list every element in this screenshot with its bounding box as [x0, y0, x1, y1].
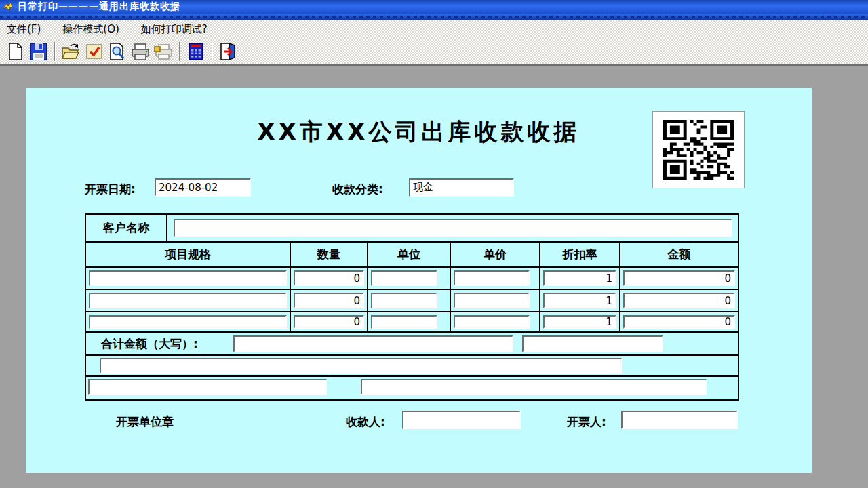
header-qty: 数量: [291, 243, 368, 266]
customer-label-cell: 客户名称: [86, 215, 167, 241]
item2-amount-input[interactable]: [623, 293, 735, 308]
item2-unit-input[interactable]: [371, 293, 437, 308]
menu-bar: 文件(F) 操作模式(O) 如何打印调试?: [0, 20, 868, 38]
item1-price-input[interactable]: [454, 270, 530, 286]
unit-seal-label: 开票单位章: [116, 414, 174, 430]
header-unit: 单位: [368, 243, 451, 266]
item2-discount-input[interactable]: [543, 293, 616, 308]
remark-input[interactable]: [100, 358, 622, 374]
item1-qty-input[interactable]: [294, 270, 364, 286]
extra-row: [86, 377, 738, 399]
header-price: 单价: [451, 243, 540, 266]
new-document-button[interactable]: [4, 41, 27, 62]
new-document-icon: [7, 42, 24, 61]
open-button[interactable]: [60, 41, 83, 62]
exit-button[interactable]: [217, 41, 240, 62]
customer-name-input[interactable]: [174, 219, 732, 237]
customer-label: 客户名称: [103, 220, 149, 236]
header-amount: 金额: [620, 243, 738, 266]
calculator-button[interactable]: [184, 41, 208, 62]
item1-amount-input[interactable]: [623, 270, 735, 286]
item3-qty-input[interactable]: [294, 315, 364, 329]
item-row-2: [86, 290, 738, 312]
save-button[interactable]: [27, 41, 50, 62]
payee-label: 收款人:: [346, 414, 385, 430]
item3-price-input[interactable]: [454, 315, 530, 329]
window-title: 日常打印————通用出库收款收据: [18, 1, 180, 13]
receipt-table: 客户名称 项目规格 数量 单位 单价 折扣率 金额: [85, 214, 739, 401]
customer-input-cell: [167, 215, 738, 241]
total-amount-input[interactable]: [522, 336, 663, 352]
payment-category-label: 收款分类:: [332, 182, 383, 197]
toolbar-separator: [54, 42, 56, 61]
invoice-date-label: 开票日期:: [85, 182, 136, 197]
qr-code: [663, 120, 734, 180]
payee-input[interactable]: [402, 411, 521, 429]
toolbar-separator: [212, 42, 213, 61]
item1-discount-input[interactable]: [543, 270, 616, 286]
item3-discount-input[interactable]: [543, 315, 616, 329]
app-icon: [3, 2, 14, 12]
app-window: 日常打印————通用出库收款收据 文件(F) 操作模式(O) 如何打印调试?: [0, 0, 868, 488]
invoice-date-input[interactable]: [155, 178, 251, 197]
extra-right-input[interactable]: [361, 379, 707, 395]
print-batch-button[interactable]: [152, 41, 175, 62]
item2-qty-input[interactable]: [294, 293, 364, 308]
item3-amount-input[interactable]: [623, 315, 735, 329]
item1-spec-input[interactable]: [89, 270, 287, 286]
title-bar: 日常打印————通用出库收款收据: [0, 0, 868, 14]
item-row-1: [86, 268, 738, 290]
item2-spec-input[interactable]: [89, 293, 287, 308]
toolbar: [0, 38, 868, 66]
print-button[interactable]: [129, 41, 152, 62]
print-preview-button[interactable]: [106, 41, 129, 62]
total-words-input[interactable]: [233, 336, 513, 352]
calculator-icon: [187, 42, 205, 61]
issuer-label: 开票人:: [567, 414, 606, 430]
extra-left-input[interactable]: [88, 379, 327, 395]
print-batch-icon: [153, 42, 174, 61]
payment-category-input[interactable]: [409, 178, 514, 197]
item2-price-input[interactable]: [454, 293, 530, 308]
menu-print-debug-help[interactable]: 如何打印调试?: [134, 22, 214, 37]
receipt-panel: XX市XX公司出库收款收据 开票日期: 收款分类: 客户名称 项目规: [26, 88, 812, 473]
title-bar-pattern: [0, 14, 868, 20]
header-spec: 项目规格: [86, 243, 291, 266]
header-discount: 折扣率: [540, 243, 620, 266]
item3-spec-input[interactable]: [89, 315, 287, 329]
total-label: 合计金额（大写）:: [101, 336, 198, 352]
exit-door-icon: [218, 42, 239, 61]
print-preview-icon: [108, 42, 127, 61]
verify-icon: [85, 42, 104, 61]
remark-row: [86, 356, 738, 377]
printer-icon: [130, 42, 151, 61]
verify-button[interactable]: [83, 41, 106, 62]
item1-unit-input[interactable]: [371, 270, 437, 286]
menu-file[interactable]: 文件(F): [0, 22, 47, 37]
toolbar-separator: [179, 42, 180, 61]
total-row: 合计金额（大写）:: [86, 333, 738, 356]
customer-row: 客户名称: [86, 215, 738, 243]
save-icon: [29, 42, 48, 61]
table-header-row: 项目规格 数量 单位 单价 折扣率 金额: [86, 243, 738, 268]
item-row-3: [86, 312, 738, 333]
menu-operation-mode[interactable]: 操作模式(O): [56, 22, 126, 37]
item3-unit-input[interactable]: [371, 315, 437, 329]
issuer-input[interactable]: [621, 411, 738, 429]
open-folder-icon: [61, 42, 81, 61]
qr-code-box: [652, 111, 745, 188]
